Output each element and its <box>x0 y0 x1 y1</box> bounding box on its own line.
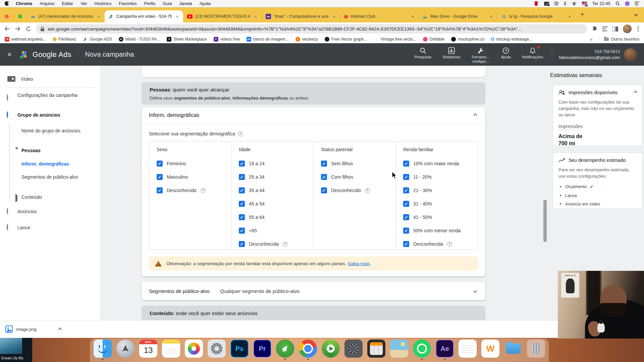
bookmark-shein-marketplace[interactable]: SShein Marketplace <box>167 37 207 42</box>
menu-item-historico[interactable]: Histórico <box>95 1 112 6</box>
menu-item-perfis[interactable]: Perfis <box>144 1 155 6</box>
video-app-status-icon[interactable] <box>534 1 539 6</box>
tools-menu-item[interactable]: Ferrame...configur... <box>472 46 489 63</box>
dock-item-chrome[interactable] <box>299 340 317 360</box>
impressions-card-header[interactable]: Impressões disponíveis <box>558 90 637 95</box>
new-tab-button[interactable]: + <box>580 11 584 18</box>
page-scrollbar-thumb[interactable] <box>543 200 547 242</box>
download-item[interactable]: image.png <box>5 325 61 333</box>
checkbox-sem-filhos[interactable]: ✓ <box>321 161 327 167</box>
bookmark-dribbble[interactable]: Dribbble <box>423 37 445 42</box>
help-icon[interactable]: ? <box>201 188 206 193</box>
dock-item-system-preferences[interactable] <box>208 340 226 360</box>
option-label[interactable]: 41 - 50% <box>413 215 432 220</box>
pessoas-section-banner[interactable]: Pessoas: quem você quer alcançar Defina … <box>142 82 485 105</box>
browser-menu-icon[interactable] <box>636 25 640 33</box>
tab-tv-lg-pesquisa-google[interactable]: Gtv lg - Pesquisa Google× <box>497 10 576 22</box>
dock-item-launchpad[interactable] <box>116 340 135 360</box>
dock-item-textedit[interactable] <box>459 340 477 360</box>
help-icon[interactable]: ? <box>283 242 288 247</box>
dock-item-calculator[interactable] <box>367 340 385 360</box>
bookmark-mockupfree-co[interactable]: mockupfree.co <box>451 37 484 42</box>
collapse-arrow-icon[interactable] <box>15 149 18 155</box>
option-label[interactable]: Sem filhos <box>331 161 353 166</box>
bookmark-free-vector-graph[interactable]: ↓Free Vector graph... <box>325 37 367 42</box>
sidebar-item-configuracoes-da-campanha[interactable]: Configurações da campanha <box>17 92 78 99</box>
dock-item-folder[interactable] <box>504 340 522 360</box>
impressions-metric-label[interactable]: Impressões <box>558 124 583 130</box>
sidebar-item-grupo-de-anuncios[interactable]: Grupo de anúncios <box>17 112 60 118</box>
menu-item-editar[interactable]: Editar <box>62 1 73 6</box>
option-label[interactable]: 45 a 54 <box>249 201 265 206</box>
option-label[interactable]: Masculino <box>167 174 188 180</box>
notifications-menu-item[interactable]: Notificações <box>522 46 543 59</box>
help-icon[interactable]: ? <box>238 131 243 136</box>
option-label[interactable]: 35 a 44 <box>249 188 265 193</box>
saiba-mais-link[interactable]: Saiba mais <box>347 261 370 266</box>
dock-item-disk-utility[interactable] <box>344 340 363 360</box>
demographics-card-header[interactable]: Inform. demográficas <box>142 107 485 124</box>
audience-segments-row[interactable]: Segmentos de público-alvo Qualquer segme… <box>142 282 485 300</box>
option-label[interactable]: Desconhecida <box>413 241 443 247</box>
back-button[interactable] <box>4 26 10 32</box>
option-label[interactable]: 18 a 24 <box>249 161 265 166</box>
checkbox-35-a-44[interactable]: ✓ <box>239 187 245 193</box>
checkbox-desconhecido[interactable]: ✓ <box>321 187 327 193</box>
bluetooth-icon[interactable] <box>564 1 567 6</box>
option-label[interactable]: 31 - 40% <box>413 201 432 206</box>
address-bar[interactable]: ads.google.com/aw/campaigns/new/video?oc… <box>36 24 587 34</box>
checkbox-18-a-24[interactable]: ✓ <box>239 161 245 167</box>
menubar-clock[interactable]: Ter 22:45 <box>592 1 610 6</box>
dock-item-notes[interactable] <box>162 340 180 360</box>
menu-item-arquivo[interactable]: Arquivo <box>40 1 54 6</box>
close-tab-icon[interactable]: × <box>410 14 415 19</box>
bookmark-webmail-arquitetu[interactable]: 78webmail.arquitetu... <box>5 37 46 42</box>
checkbox-45-a-54[interactable]: ✓ <box>239 201 245 207</box>
bookmark-banco-de-imagem[interactable]: phbanco de imagem... <box>247 37 288 42</box>
chevron-down-icon[interactable] <box>473 289 477 293</box>
sidebar-item-pessoas[interactable]: Pessoas <box>21 148 41 153</box>
other-favorites-button[interactable]: Outros favoritos <box>599 37 639 42</box>
dock-item-photo-preview[interactable] <box>390 340 408 360</box>
sidebar-item-nome-do-grupo[interactable]: Nome do grupo de anúncios <box>21 128 85 134</box>
spotlight-search-icon[interactable] <box>615 1 620 6</box>
option-label[interactable]: Com filhos <box>331 174 353 180</box>
dock-item-wondershare[interactable]: W <box>481 340 499 360</box>
sidebar-item-video[interactable]: Vídeo <box>7 76 33 82</box>
dock-item-camtasia[interactable] <box>322 340 340 360</box>
bookmark-filewarez[interactable]: FileWarez <box>53 37 76 42</box>
menu-item-favoritos[interactable]: Favoritos <box>119 1 137 6</box>
search-menu-item[interactable]: Pesquisar <box>414 46 431 59</box>
checkbox-desconhecida[interactable]: ✓ <box>239 241 245 247</box>
checkbox-65[interactable]: ✓ <box>239 228 245 234</box>
siri-icon[interactable] <box>625 1 630 6</box>
split-view-icon[interactable] <box>612 26 618 32</box>
conteudo-section-banner[interactable]: Conteúdo: onde você quer exibir seus anú… <box>142 306 485 320</box>
sidebar-item-anuncios[interactable]: Anúncios <box>17 209 37 214</box>
close-tab-icon[interactable]: × <box>488 14 494 19</box>
sidebar-item-segmentos[interactable]: Segmentos de público-alvo <box>21 174 85 180</box>
account-avatar[interactable] <box>624 48 637 61</box>
bookmark-mockup-embalage[interactable]: mockup embalage... <box>491 37 532 42</box>
reload-button[interactable] <box>25 26 31 32</box>
checkbox-41-50[interactable]: ✓ <box>403 214 409 220</box>
option-label[interactable]: 21 - 30% <box>413 188 432 193</box>
option-label[interactable]: Desconhecido <box>167 188 197 193</box>
menu-item-chrome[interactable]: Chrome <box>16 1 32 6</box>
sidebar-item-lance[interactable]: Lance <box>17 225 30 230</box>
tab-hotmart-club[interactable]: Hotmart Club× <box>340 10 419 22</box>
close-tab-icon[interactable]: × <box>567 14 572 19</box>
tab-47-gerenciador-de-anuncios[interactable]: ∞(47) Gerenciador de Anúncios× <box>26 10 105 22</box>
minimize-window-button[interactable] <box>11 14 15 18</box>
dock-item-trash[interactable] <box>527 340 545 360</box>
background-window[interactable]: Ensaio Lily Blu <box>0 338 32 362</box>
close-tab-icon[interactable]: × <box>96 14 101 19</box>
bookmark-vecteezy[interactable]: vvecteezy <box>296 37 318 42</box>
creative-cloud-status-icon[interactable]: cc <box>554 1 558 6</box>
close-tab-icon[interactable]: × <box>253 14 258 19</box>
dock-item-after-effects[interactable]: Ae <box>436 340 454 360</box>
menu-item-ajuda[interactable]: Ajuda <box>200 1 211 6</box>
tab-search-chevron-icon[interactable] <box>635 11 637 17</box>
dock-item-premiere[interactable]: Pr <box>253 340 271 360</box>
menu-item-guia[interactable]: Guia <box>163 1 172 6</box>
